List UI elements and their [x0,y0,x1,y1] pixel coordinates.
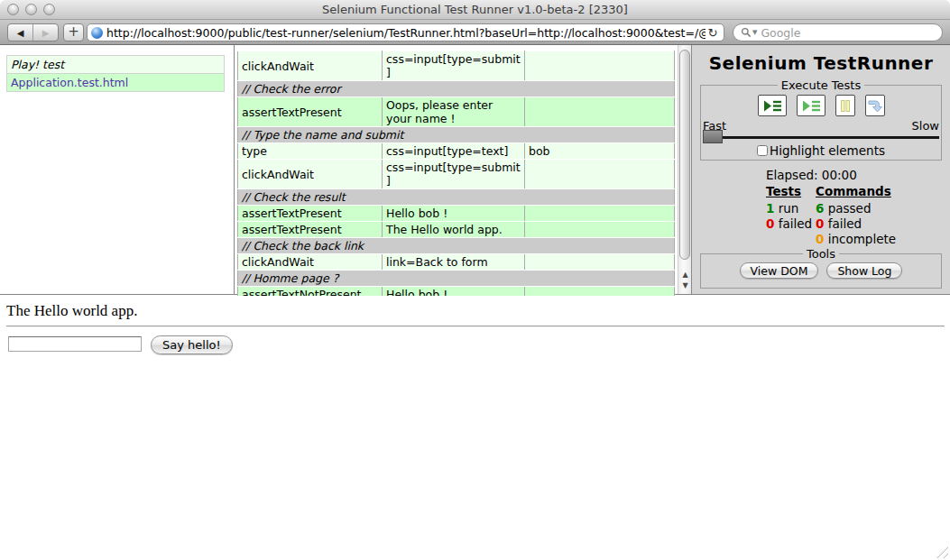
scrollbar-thumb[interactable] [679,50,690,260]
command-row: typecss=input[type=text]bob [238,143,675,160]
horizontal-rule [6,326,945,327]
add-bookmark-button[interactable]: + [63,23,84,41]
speed-slider-thumb[interactable] [703,130,723,143]
value-cell [525,206,675,222]
search-input[interactable] [761,26,935,40]
target-cell: css=input[type=submit] [383,51,525,81]
stat-header: Commands [816,184,896,198]
command-row: clickAndWaitcss=input[type=submit] [238,51,675,81]
execute-tests-fieldset: Execute Tests [700,85,942,161]
command-cell: assertTextPresent [238,97,383,127]
forward-arrow-icon: ▶ [42,28,50,38]
suite-test-link[interactable]: Application.test.html [11,76,128,89]
play-all-icon [762,99,782,113]
suite-test-row: Application.test.html [7,74,225,92]
browser-toolbar: ◀ ▶ + ↻ ▼ [0,20,950,45]
browser-window: Selenium Functional Test Runner v1.0-bet… [0,0,950,560]
reload-button[interactable]: ↻ [706,26,720,40]
command-row: clickAndWaitlink=Back to form [238,254,675,271]
value-cell [525,254,675,271]
target-cell: The Hello world app. [383,222,525,238]
run-all-tests-button[interactable] [758,95,787,116]
back-arrow-icon: ◀ [17,28,24,38]
play-icon [801,99,821,113]
stat-column-commands: Commands6 passed0 failed0 incomplete [816,184,896,248]
show-log-button[interactable]: Show Log [826,262,902,279]
pause-button[interactable] [835,95,855,116]
app-heading: The Hello world app. [6,302,137,320]
search-field[interactable]: ▼ [733,23,943,41]
search-dropdown-icon[interactable]: ▼ [752,29,757,36]
view-dom-button[interactable]: View DOM [740,262,819,279]
comment-text: // Type the name and submit [238,127,675,143]
tools-fieldset: Tools View DOM Show Log [700,253,942,289]
stat-row: 0 incomplete [816,233,896,245]
name-input[interactable] [8,336,142,352]
control-panel: Selenium TestRunner Execute Tests [691,45,950,294]
stat-row: 6 passed [816,202,896,215]
value-cell [525,97,675,127]
pause-icon [839,99,852,113]
address-bar-input[interactable] [106,26,706,40]
site-favicon-globe-icon [91,27,103,39]
comment-row: // Type the name and submit [238,127,675,143]
stat-row: 0 failed [766,217,816,230]
comment-row: // Homme page ? [238,271,675,287]
stats-table: Tests1 run0 failedCommands6 passed0 fail… [766,184,896,248]
stat-row: 1 run [766,202,816,215]
command-row: assertTextPresentOops, please enter your… [238,97,675,127]
comment-text: // Check the result [238,189,675,206]
stat-value: 6 [816,201,824,216]
target-cell: link=Back to form [383,254,525,271]
titlebar: Selenium Functional Test Runner v1.0-bet… [0,0,950,20]
stat-row: 0 failed [816,217,896,230]
value-cell [525,51,675,81]
test-table: clickAndWaitcss=input[type=submit]// Che… [237,50,675,303]
command-row: assertTextPresentHello bob ! [238,206,675,222]
highlight-elements-checkbox[interactable] [757,145,768,156]
command-cell: clickAndWait [238,51,383,81]
stat-value: 1 [766,201,774,216]
value-cell: bob [525,143,675,160]
highlight-elements-label: Highlight elements [770,143,885,158]
panel-title: Selenium TestRunner [692,52,950,74]
value-cell [525,160,675,189]
tools-buttons: View DOM Show Log [701,262,941,279]
command-cell: clickAndWait [238,160,383,189]
slow-label: Slow [912,119,939,133]
comment-text: // Homme page ? [238,271,675,287]
forward-button[interactable]: ▶ [33,24,58,41]
run-selected-test-button[interactable] [797,95,825,116]
elapsed-time: Elapsed: 00:00 [766,168,857,182]
scroll-up-arrow-icon[interactable]: ▲ [678,271,692,280]
target-cell: Oops, please enter your name ! [383,97,525,127]
suite-title-row: Play! test [7,56,225,74]
stat-value: 0 [766,216,774,231]
target-cell: Hello bob ! [383,206,525,222]
back-button[interactable]: ◀ [8,24,33,41]
window-title: Selenium Functional Test Runner v1.0-bet… [0,3,950,16]
say-hello-button[interactable]: Say hello! [151,335,233,354]
nav-buttons: ◀ ▶ [7,23,59,41]
speed-slider-track[interactable] [703,136,939,139]
plus-icon: + [68,23,79,40]
scroll-down-arrow-icon[interactable]: ▼ [678,281,692,290]
command-cell: assertTextPresent [238,222,383,238]
comment-row: // Check the back link [238,238,675,254]
suite-title: Play! test [7,56,225,74]
command-row: assertTextPresentThe Hello world app. [238,222,675,238]
application-frame: The Hello world app. Say hello! [0,296,950,560]
execute-buttons [701,95,941,116]
comment-row: // Check the error [238,81,675,97]
comment-text: // Check the error [238,81,675,97]
test-case-frame: clickAndWaitcss=input[type=submit]// Che… [235,45,691,294]
vertical-scrollbar[interactable]: ▲ ▼ [678,45,691,294]
value-cell [525,222,675,238]
command-cell: assertTextPresent [238,206,383,222]
suite-table: Play! testApplication.test.html [6,55,225,92]
address-bar[interactable]: ↻ [87,23,724,41]
command-cell: type [238,143,383,160]
tools-legend: Tools [803,247,839,261]
command-cell: clickAndWait [238,254,383,271]
step-button[interactable] [865,95,885,116]
